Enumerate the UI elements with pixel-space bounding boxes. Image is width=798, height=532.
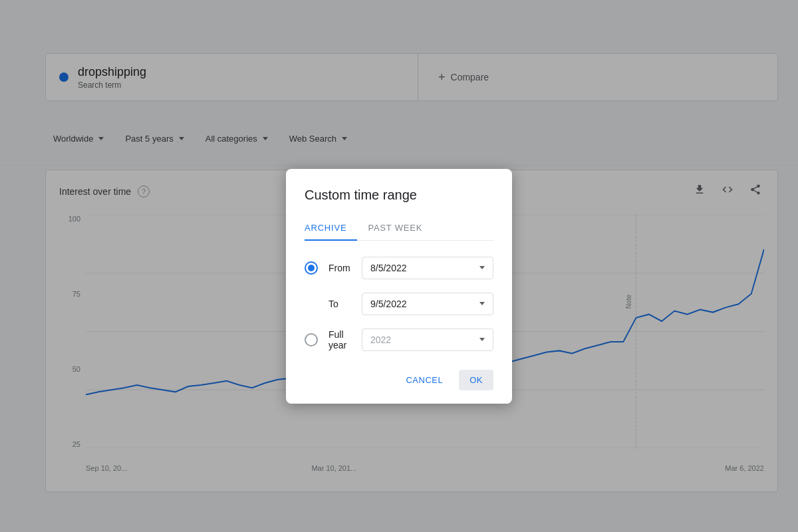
from-date-select[interactable]: 8/5/2022 (362, 257, 493, 279)
modal-tabs: ARCHIVE PAST WEEK (305, 216, 493, 241)
to-date-arrow-icon (479, 302, 485, 305)
from-date-arrow-icon (479, 266, 485, 269)
full-year-row: Full year 2022 (305, 329, 493, 351)
modal-overlay: Custom time range ARCHIVE PAST WEEK From… (0, 0, 798, 532)
to-row: To 9/5/2022 (305, 293, 493, 315)
modal-title: Custom time range (305, 188, 493, 203)
full-year-label: Full year (329, 329, 362, 350)
tab-past-week[interactable]: PAST WEEK (368, 216, 433, 241)
from-radio-inner (308, 265, 315, 271)
modal-footer: CANCEL OK (305, 364, 493, 390)
full-year-value: 2022 (370, 334, 391, 345)
from-row: From 8/5/2022 (305, 257, 493, 279)
from-date-value: 8/5/2022 (370, 263, 407, 273)
to-label: To (329, 299, 362, 309)
full-year-radio[interactable] (305, 333, 318, 346)
tab-archive[interactable]: ARCHIVE (305, 216, 357, 241)
to-date-value: 9/5/2022 (370, 299, 407, 309)
cancel-button[interactable]: CANCEL (395, 370, 454, 390)
from-label: From (329, 263, 362, 273)
full-year-arrow-icon (479, 338, 485, 341)
from-radio[interactable] (305, 261, 318, 275)
to-date-select[interactable]: 9/5/2022 (362, 293, 493, 315)
full-year-select[interactable]: 2022 (362, 329, 493, 351)
custom-time-range-modal: Custom time range ARCHIVE PAST WEEK From… (286, 169, 512, 404)
ok-button[interactable]: OK (459, 370, 493, 390)
